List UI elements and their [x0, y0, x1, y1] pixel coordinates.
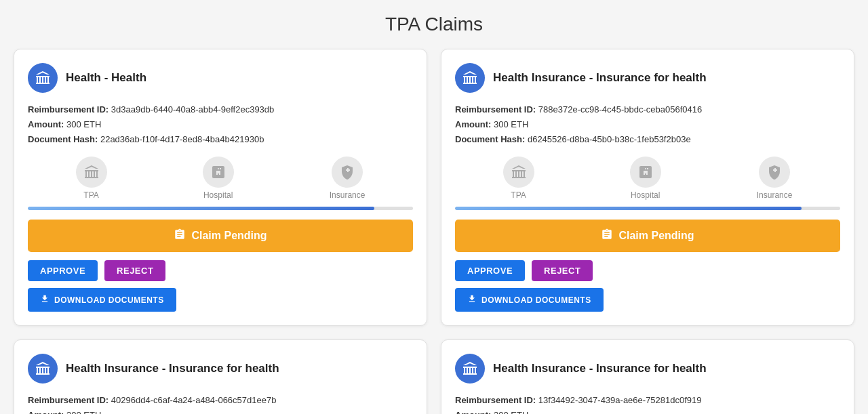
claim-pending-label: Claim Pending: [618, 230, 694, 242]
hospital-label: Hospital: [203, 190, 233, 200]
hospital-icon-circle: [203, 157, 234, 188]
reimbursement-id-value: 13f34492-3047-439a-ae6e-75281dc0f919: [538, 395, 702, 405]
progress-bar: [455, 207, 840, 210]
reimbursement-id-row: Reimbursement ID: 40296dd4-c6af-4a24-a48…: [28, 393, 413, 408]
card-meta: Reimbursement ID: 3d3aa9db-6440-40a8-abb…: [28, 102, 413, 147]
insurance-icon-circle: [332, 157, 363, 188]
card-4: Health Insurance - Insurance for health …: [441, 339, 854, 414]
progress-fill: [455, 207, 802, 210]
claim-pending-button[interactable]: Claim Pending: [28, 220, 413, 252]
card-title: Health Insurance - Insurance for health: [66, 362, 279, 375]
reimbursement-id-row: Reimbursement ID: 3d3aa9db-6440-40a8-abb…: [28, 102, 413, 117]
insurance-label: Insurance: [330, 190, 366, 200]
download-row: DOWNLOAD DOCUMENTS: [28, 288, 413, 312]
reimbursement-id-value: 40296dd4-c6af-4a24-a484-066c57d1ee7b: [111, 395, 277, 405]
document-hash-label: Document Hash:: [455, 134, 525, 144]
amount-label: Amount:: [28, 410, 64, 414]
card-1: Health - Health Reimbursement ID: 3d3aa9…: [14, 49, 427, 326]
amount-label: Amount:: [28, 119, 64, 129]
approve-reject-row: APPROVE REJECT: [455, 260, 840, 281]
download-icon: [40, 294, 50, 306]
icon-item-tpa: TPA: [76, 157, 107, 200]
download-documents-button[interactable]: DOWNLOAD DOCUMENTS: [455, 288, 604, 312]
amount-label: Amount:: [455, 119, 491, 129]
tpa-label: TPA: [83, 190, 98, 200]
reimbursement-id-row: Reimbursement ID: 13f34492-3047-439a-ae6…: [455, 393, 840, 408]
reject-button[interactable]: REJECT: [104, 260, 165, 281]
claim-pending-button[interactable]: Claim Pending: [455, 220, 840, 252]
claim-pending-label: Claim Pending: [191, 230, 267, 242]
download-icon: [467, 294, 477, 306]
hospital-icon-circle: [630, 157, 661, 188]
card-3: Health Insurance - Insurance for health …: [14, 339, 427, 414]
card-main-icon: [28, 354, 58, 384]
document-hash-value: d6245526-d8ba-45b0-b38c-1feb53f2b03e: [528, 134, 691, 144]
progress-bar: [28, 207, 413, 210]
reimbursement-id-label: Reimbursement ID:: [28, 104, 108, 115]
download-label: DOWNLOAD DOCUMENTS: [481, 295, 591, 305]
document-hash-row: Document Hash: 22ad36ab-f10f-4d17-8ed8-4…: [28, 132, 413, 147]
card-header: Health Insurance - Insurance for health: [28, 354, 413, 384]
document-hash-row: Document Hash: d6245526-d8ba-45b0-b38c-1…: [455, 132, 840, 147]
reimbursement-id-label: Reimbursement ID:: [455, 395, 536, 405]
card-title: Health - Health: [66, 71, 146, 85]
amount-row: Amount: 300 ETH: [28, 408, 413, 414]
amount-value: 300 ETH: [494, 119, 528, 129]
download-row: DOWNLOAD DOCUMENTS: [455, 288, 840, 312]
icon-item-hospital: Hospital: [203, 157, 234, 200]
approve-reject-row: APPROVE REJECT: [28, 260, 413, 281]
amount-value: 300 ETH: [66, 410, 101, 414]
icon-item-insurance: Insurance: [330, 157, 366, 200]
status-icons-row: TPA Hospital Insurance: [455, 157, 840, 200]
cards-grid: Health - Health Reimbursement ID: 3d3aa9…: [14, 49, 854, 414]
insurance-icon-circle: [759, 157, 790, 188]
card-header: Health - Health: [28, 63, 413, 93]
card-main-icon: [455, 63, 485, 93]
reimbursement-id-value: 788e372e-cc98-4c45-bbdc-ceba056f0416: [538, 104, 702, 115]
amount-value: 300 ETH: [494, 410, 528, 414]
reimbursement-id-row: Reimbursement ID: 788e372e-cc98-4c45-bbd…: [455, 102, 840, 117]
card-header: Health Insurance - Insurance for health: [455, 354, 840, 384]
progress-fill: [28, 207, 374, 210]
tpa-icon-circle: [76, 157, 107, 188]
reimbursement-id-label: Reimbursement ID:: [28, 395, 108, 405]
card-main-icon: [455, 354, 485, 384]
document-hash-label: Document Hash:: [28, 134, 98, 144]
amount-row: Amount: 300 ETH: [455, 117, 840, 132]
amount-value: 300 ETH: [66, 119, 101, 129]
clipboard-icon: [601, 228, 613, 243]
card-meta: Reimbursement ID: 788e372e-cc98-4c45-bbd…: [455, 102, 840, 147]
icon-item-tpa: TPA: [503, 157, 534, 200]
card-meta: Reimbursement ID: 13f34492-3047-439a-ae6…: [455, 393, 840, 414]
amount-label: Amount:: [455, 410, 491, 414]
amount-row: Amount: 300 ETH: [455, 408, 840, 414]
document-hash-value: 22ad36ab-f10f-4d17-8ed8-4ba4b421930b: [100, 134, 264, 144]
card-2: Health Insurance - Insurance for health …: [441, 49, 854, 326]
card-main-icon: [28, 63, 58, 93]
tpa-icon-circle: [503, 157, 534, 188]
download-label: DOWNLOAD DOCUMENTS: [54, 295, 164, 305]
approve-button[interactable]: APPROVE: [455, 260, 525, 281]
status-icons-row: TPA Hospital Insurance: [28, 157, 413, 200]
insurance-label: Insurance: [757, 190, 793, 200]
card-title: Health Insurance - Insurance for health: [493, 362, 707, 375]
tpa-label: TPA: [511, 190, 526, 200]
amount-row: Amount: 300 ETH: [28, 117, 413, 132]
card-meta: Reimbursement ID: 40296dd4-c6af-4a24-a48…: [28, 393, 413, 414]
icon-item-hospital: Hospital: [630, 157, 661, 200]
approve-button[interactable]: APPROVE: [28, 260, 98, 281]
reject-button[interactable]: REJECT: [532, 260, 593, 281]
reimbursement-id-value: 3d3aa9db-6440-40a8-abb4-9eff2ec393db: [111, 104, 274, 115]
hospital-label: Hospital: [631, 190, 660, 200]
icon-item-insurance: Insurance: [757, 157, 793, 200]
card-title: Health Insurance - Insurance for health: [493, 71, 707, 85]
page-title: TPA Claims: [14, 14, 854, 35]
download-documents-button[interactable]: DOWNLOAD DOCUMENTS: [28, 288, 176, 312]
card-header: Health Insurance - Insurance for health: [455, 63, 840, 93]
clipboard-icon: [174, 228, 186, 243]
reimbursement-id-label: Reimbursement ID:: [455, 104, 536, 115]
